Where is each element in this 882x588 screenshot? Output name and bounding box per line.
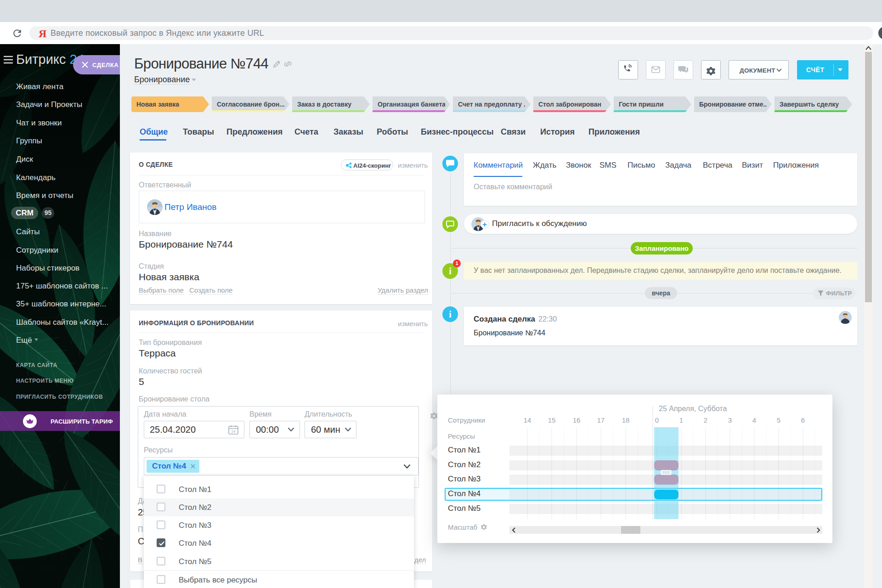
svg-text:24: 24 (232, 430, 236, 434)
